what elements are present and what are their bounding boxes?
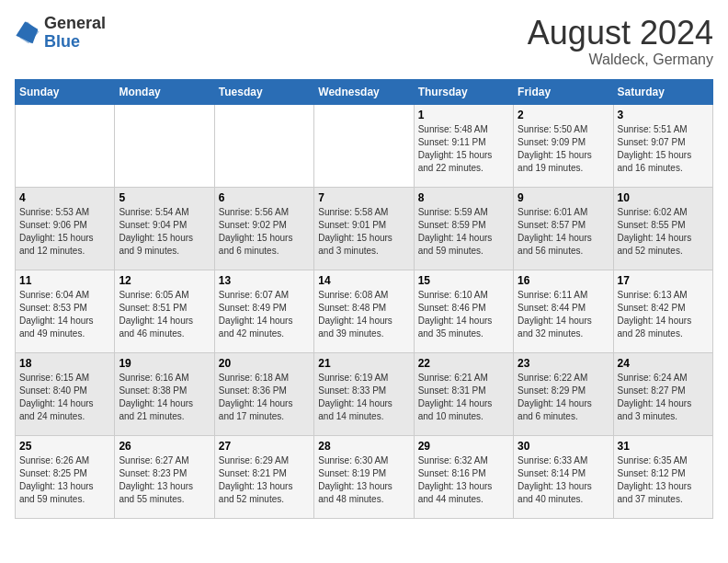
calendar-header-wednesday: Wednesday (314, 79, 414, 104)
day-info: Sunrise: 6:05 AM Sunset: 8:51 PM Dayligh… (119, 289, 210, 340)
calendar-cell (16, 104, 115, 187)
calendar-cell: 8Sunrise: 5:59 AM Sunset: 8:59 PM Daylig… (414, 187, 513, 270)
day-info: Sunrise: 5:48 AM Sunset: 9:11 PM Dayligh… (418, 123, 509, 175)
day-info: Sunrise: 6:04 AM Sunset: 8:53 PM Dayligh… (19, 289, 110, 340)
calendar-cell: 3Sunrise: 5:51 AM Sunset: 9:07 PM Daylig… (613, 104, 712, 187)
logo-icon (15, 20, 40, 46)
calendar-header-sunday: Sunday (16, 79, 115, 104)
day-info: Sunrise: 5:51 AM Sunset: 9:07 PM Dayligh… (618, 123, 709, 175)
day-info: Sunrise: 6:21 AM Sunset: 8:31 PM Dayligh… (418, 372, 509, 423)
calendar-cell: 16Sunrise: 6:11 AM Sunset: 8:44 PM Dayli… (514, 270, 613, 352)
calendar-cell: 2Sunrise: 5:50 AM Sunset: 9:09 PM Daylig… (514, 104, 613, 187)
day-number: 31 (618, 440, 709, 453)
day-info: Sunrise: 6:01 AM Sunset: 8:57 PM Dayligh… (518, 206, 609, 258)
calendar-cell (314, 104, 414, 187)
calendar-cell: 28Sunrise: 6:30 AM Sunset: 8:19 PM Dayli… (314, 435, 414, 518)
calendar-header-friday: Friday (514, 79, 613, 104)
calendar-cell: 7Sunrise: 5:58 AM Sunset: 9:01 PM Daylig… (314, 187, 414, 270)
day-number: 8 (418, 191, 509, 204)
day-number: 6 (219, 191, 310, 204)
day-number: 26 (119, 440, 210, 453)
calendar-cell: 19Sunrise: 6:16 AM Sunset: 8:38 PM Dayli… (115, 352, 214, 435)
calendar-cell: 27Sunrise: 6:29 AM Sunset: 8:21 PM Dayli… (214, 435, 313, 518)
day-info: Sunrise: 6:29 AM Sunset: 8:21 PM Dayligh… (219, 454, 310, 506)
day-number: 24 (618, 357, 709, 370)
calendar-cell: 21Sunrise: 6:19 AM Sunset: 8:33 PM Dayli… (314, 352, 414, 435)
calendar-cell: 31Sunrise: 6:35 AM Sunset: 8:12 PM Dayli… (613, 435, 712, 518)
calendar-cell: 6Sunrise: 5:56 AM Sunset: 9:02 PM Daylig… (214, 187, 313, 270)
day-info: Sunrise: 6:35 AM Sunset: 8:12 PM Dayligh… (618, 454, 709, 506)
calendar-week-row: 4Sunrise: 5:53 AM Sunset: 9:06 PM Daylig… (16, 187, 713, 270)
calendar-cell: 22Sunrise: 6:21 AM Sunset: 8:31 PM Dayli… (414, 352, 513, 435)
calendar-cell: 5Sunrise: 5:54 AM Sunset: 9:04 PM Daylig… (115, 187, 214, 270)
calendar-cell: 17Sunrise: 6:13 AM Sunset: 8:42 PM Dayli… (613, 270, 712, 352)
day-info: Sunrise: 6:16 AM Sunset: 8:38 PM Dayligh… (119, 372, 210, 423)
logo: General Blue (15, 15, 106, 52)
day-number: 14 (318, 274, 409, 287)
logo-blue: Blue (44, 33, 106, 52)
svg-marker-3 (16, 21, 38, 43)
calendar-cell: 29Sunrise: 6:32 AM Sunset: 8:16 PM Dayli… (414, 435, 513, 518)
calendar-header-tuesday: Tuesday (214, 79, 313, 104)
calendar-cell: 24Sunrise: 6:24 AM Sunset: 8:27 PM Dayli… (613, 352, 712, 435)
day-info: Sunrise: 6:24 AM Sunset: 8:27 PM Dayligh… (618, 372, 709, 423)
day-info: Sunrise: 5:58 AM Sunset: 9:01 PM Dayligh… (318, 206, 409, 258)
title-block: August 2024 Waldeck, Germany (528, 15, 713, 68)
day-number: 28 (318, 440, 409, 453)
day-number: 9 (518, 191, 609, 204)
day-number: 30 (518, 440, 609, 453)
day-info: Sunrise: 6:33 AM Sunset: 8:14 PM Dayligh… (518, 454, 609, 506)
calendar-cell: 10Sunrise: 6:02 AM Sunset: 8:55 PM Dayli… (613, 187, 712, 270)
day-number: 29 (418, 440, 509, 453)
day-number: 16 (518, 274, 609, 287)
calendar-cell (214, 104, 313, 187)
day-info: Sunrise: 6:15 AM Sunset: 8:40 PM Dayligh… (19, 372, 110, 423)
day-info: Sunrise: 5:53 AM Sunset: 9:06 PM Dayligh… (19, 206, 110, 258)
day-number: 25 (19, 440, 110, 453)
calendar-cell: 4Sunrise: 5:53 AM Sunset: 9:06 PM Daylig… (16, 187, 115, 270)
day-info: Sunrise: 6:19 AM Sunset: 8:33 PM Dayligh… (318, 372, 409, 423)
day-number: 20 (219, 357, 310, 370)
calendar-header-monday: Monday (115, 79, 214, 104)
calendar-week-row: 1Sunrise: 5:48 AM Sunset: 9:11 PM Daylig… (16, 104, 713, 187)
day-info: Sunrise: 6:30 AM Sunset: 8:19 PM Dayligh… (318, 454, 409, 506)
calendar-cell: 23Sunrise: 6:22 AM Sunset: 8:29 PM Dayli… (514, 352, 613, 435)
day-info: Sunrise: 6:27 AM Sunset: 8:23 PM Dayligh… (119, 454, 210, 506)
day-info: Sunrise: 5:56 AM Sunset: 9:02 PM Dayligh… (219, 206, 310, 258)
day-number: 12 (119, 274, 210, 287)
day-number: 2 (518, 109, 609, 121)
calendar-cell: 13Sunrise: 6:07 AM Sunset: 8:49 PM Dayli… (214, 270, 313, 352)
day-number: 7 (318, 191, 409, 204)
day-info: Sunrise: 6:13 AM Sunset: 8:42 PM Dayligh… (618, 289, 709, 340)
day-number: 23 (518, 357, 609, 370)
day-number: 21 (318, 357, 409, 370)
calendar-cell: 12Sunrise: 6:05 AM Sunset: 8:51 PM Dayli… (115, 270, 214, 352)
calendar-header-row: SundayMondayTuesdayWednesdayThursdayFrid… (16, 79, 713, 104)
calendar-cell: 14Sunrise: 6:08 AM Sunset: 8:48 PM Dayli… (314, 270, 414, 352)
logo-general: General (44, 15, 106, 33)
day-info: Sunrise: 5:54 AM Sunset: 9:04 PM Dayligh… (119, 206, 210, 258)
day-number: 18 (19, 357, 110, 370)
calendar-week-row: 25Sunrise: 6:26 AM Sunset: 8:25 PM Dayli… (16, 435, 713, 518)
calendar-cell: 15Sunrise: 6:10 AM Sunset: 8:46 PM Dayli… (414, 270, 513, 352)
calendar-cell (115, 104, 214, 187)
day-number: 17 (618, 274, 709, 287)
day-number: 1 (418, 109, 509, 121)
day-info: Sunrise: 5:59 AM Sunset: 8:59 PM Dayligh… (418, 206, 509, 258)
day-info: Sunrise: 6:26 AM Sunset: 8:25 PM Dayligh… (19, 454, 110, 506)
page-header: General Blue August 2024 Waldeck, German… (15, 15, 713, 68)
day-info: Sunrise: 6:22 AM Sunset: 8:29 PM Dayligh… (518, 372, 609, 423)
day-number: 22 (418, 357, 509, 370)
calendar-week-row: 11Sunrise: 6:04 AM Sunset: 8:53 PM Dayli… (16, 270, 713, 352)
month-year: August 2024 (528, 15, 713, 52)
day-number: 3 (618, 109, 709, 121)
logo-text: General Blue (44, 15, 106, 52)
day-number: 13 (219, 274, 310, 287)
calendar-cell: 1Sunrise: 5:48 AM Sunset: 9:11 PM Daylig… (414, 104, 513, 187)
calendar-table: SundayMondayTuesdayWednesdayThursdayFrid… (15, 79, 713, 519)
day-info: Sunrise: 6:08 AM Sunset: 8:48 PM Dayligh… (318, 289, 409, 340)
day-info: Sunrise: 6:10 AM Sunset: 8:46 PM Dayligh… (418, 289, 509, 340)
calendar-cell: 25Sunrise: 6:26 AM Sunset: 8:25 PM Dayli… (16, 435, 115, 518)
calendar-cell: 26Sunrise: 6:27 AM Sunset: 8:23 PM Dayli… (115, 435, 214, 518)
location: Waldeck, Germany (528, 52, 713, 68)
